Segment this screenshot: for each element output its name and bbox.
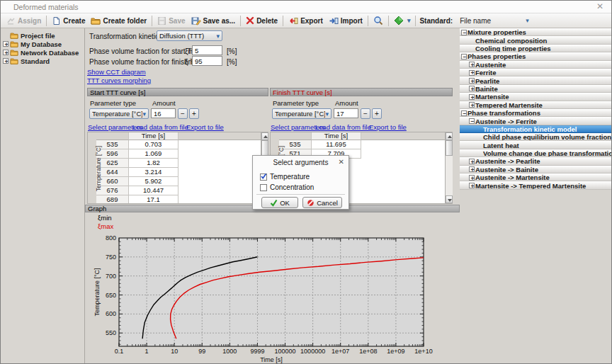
- dialog-close-icon[interactable]: [339, 158, 344, 166]
- amount-input[interactable]: 17: [334, 108, 358, 118]
- tree-item-ferrite[interactable]: Ferrite: [460, 69, 612, 76]
- tree-item-transformation-kinetic-model[interactable]: Transformation kinetic model: [460, 125, 612, 133]
- increment-button[interactable]: +: [189, 108, 199, 119]
- time-cell[interactable]: 5.902: [129, 177, 178, 186]
- expander-icon[interactable]: [469, 166, 475, 172]
- expander-icon[interactable]: [461, 54, 467, 59]
- tree-item-austenite-pearlite[interactable]: Austenite -> Pearlite: [460, 157, 612, 165]
- expander-icon[interactable]: [469, 94, 475, 100]
- scroll-up-icon[interactable]: [261, 132, 268, 140]
- kinetic-model-combobox[interactable]: Diffusion (TTT): [157, 30, 222, 41]
- tree-item-project-file[interactable]: Project file: [1, 31, 84, 40]
- svg-text:700: 700: [106, 273, 116, 280]
- expander-icon[interactable]: [469, 175, 475, 181]
- tree-item-phase-transformations[interactable]: Phase transformations: [460, 109, 612, 117]
- tree-item-network-database[interactable]: Network Database: [1, 48, 84, 57]
- toolbar-assign-button[interactable]: Assign: [4, 16, 44, 26]
- tree-item-austenite[interactable]: Austenite: [460, 61, 612, 69]
- parameter-type-combobox[interactable]: Temperature [°C]: [89, 108, 149, 119]
- ok-button[interactable]: OK: [261, 197, 298, 208]
- toolbar-save-as-button[interactable]: Save as...: [188, 16, 239, 26]
- tree-item-standard[interactable]: Standard: [1, 57, 84, 65]
- increment-button[interactable]: +: [372, 108, 382, 119]
- scrollbar-thumb[interactable]: [261, 140, 268, 156]
- tree-item-phases-properties[interactable]: Phases properties: [460, 52, 612, 60]
- tree-item-chemical-composition[interactable]: Chemical composition: [460, 36, 612, 44]
- expander-icon[interactable]: [461, 30, 467, 35]
- expander-icon[interactable]: [469, 102, 475, 108]
- scrollbar-thumb[interactable]: [446, 140, 453, 156]
- panel-link-export-to-file[interactable]: Export to file: [369, 123, 407, 131]
- tree-item-child-phase-equilibrium-volume-fraction[interactable]: Child phase equilibrium volume fraction: [460, 133, 612, 141]
- close-icon[interactable]: [594, 1, 606, 12]
- show-cct-link[interactable]: Show CCT diagram: [87, 68, 146, 76]
- standard-combobox[interactable]: File name: [457, 16, 532, 25]
- amount-input[interactable]: 16: [151, 108, 176, 118]
- toolbar-export-button[interactable]: Export: [285, 16, 326, 26]
- tree-item-label: Child phase equilibrium volume fraction: [483, 133, 611, 141]
- svg-text:600: 600: [106, 310, 116, 317]
- panel-link-export-to-file[interactable]: Export to file: [186, 123, 224, 131]
- tree-item-pearlite[interactable]: Pearlite: [460, 76, 612, 84]
- toolbar-create-folder-button[interactable]: Create folder: [88, 16, 149, 26]
- tree-item-martensite-tempered-martensite[interactable]: Martensite -> Tempered Martensite: [460, 181, 612, 189]
- decrement-button[interactable]: −: [178, 108, 188, 119]
- checkbox-icon[interactable]: [260, 184, 267, 191]
- time-cell[interactable]: 10.447: [129, 186, 178, 195]
- tree-item-austenite-ferrite[interactable]: Austenite -> Ferrite: [460, 117, 612, 125]
- time-cell[interactable]: 1.069: [129, 149, 178, 159]
- properties-tree: Mixture propertiesChemical compositionCo…: [460, 28, 612, 364]
- xi-min-input[interactable]: 5: [192, 45, 222, 55]
- tree-item-label: My Database: [21, 40, 62, 48]
- expander-icon[interactable]: [3, 58, 8, 64]
- panel-link-load-data-from-file[interactable]: Load data from file: [132, 123, 188, 131]
- expander-icon[interactable]: [469, 183, 475, 188]
- expander-icon[interactable]: [461, 110, 467, 116]
- toolbar-delete-button[interactable]: Delete: [243, 16, 280, 25]
- expander-icon[interactable]: [469, 118, 475, 124]
- temperature-checkbox[interactable]: Temperature: [260, 171, 346, 182]
- tree-item-label: Network Database: [21, 49, 79, 57]
- expander-icon[interactable]: [3, 50, 8, 55]
- expander-icon[interactable]: [469, 86, 475, 91]
- expander-icon[interactable]: [469, 159, 475, 164]
- expander-icon[interactable]: [469, 62, 475, 67]
- time-cell[interactable]: 3.214: [129, 168, 178, 177]
- tree-item-martensite[interactable]: Martensite: [460, 93, 612, 101]
- expander-icon[interactable]: [469, 70, 475, 76]
- tree-item-bainite[interactable]: Bainite: [460, 85, 612, 93]
- decrement-button[interactable]: −: [361, 108, 370, 119]
- tree-item-my-database[interactable]: My Database: [1, 40, 84, 48]
- toolbar-standards-button[interactable]: [391, 15, 414, 26]
- tree-item-austenite-bainite[interactable]: Austenite -> Bainite: [460, 166, 612, 174]
- time-cell[interactable]: 0.703: [129, 140, 178, 149]
- tree-item-cooling-time-properties[interactable]: Cooling time properties: [460, 45, 612, 52]
- parameter-type-combobox[interactable]: Temperature [°C]: [272, 108, 332, 119]
- checkbox-icon[interactable]: [260, 174, 267, 181]
- zoom-icon: [373, 16, 383, 25]
- scroll-down-icon[interactable]: [446, 195, 453, 203]
- expander-icon[interactable]: [3, 41, 8, 47]
- xi-max-input[interactable]: 95: [192, 56, 222, 66]
- tree-item-latent-heat[interactable]: Latent heat: [460, 141, 612, 149]
- scrollbar-track[interactable]: [446, 156, 453, 195]
- tree-item-mixture-properties[interactable]: Mixture properties: [460, 28, 612, 36]
- expander-icon[interactable]: [469, 78, 475, 84]
- time-cell[interactable]: 11.695: [312, 140, 361, 149]
- time-cell[interactable]: 17.1: [129, 195, 178, 203]
- scroll-up-icon[interactable]: [446, 132, 453, 140]
- toolbar-zoom-button[interactable]: [370, 15, 386, 26]
- concentration-checkbox[interactable]: Concentration: [260, 182, 346, 193]
- time-cell[interactable]: 1.82: [129, 159, 178, 168]
- toolbar-save-button[interactable]: Save: [154, 16, 188, 26]
- toolbar-create-button[interactable]: Create: [49, 16, 88, 26]
- ttt-morphing-link[interactable]: TTT curves morphing: [87, 76, 151, 84]
- tree-item-austenite-martensite[interactable]: Austenite -> Martensite: [460, 174, 612, 181]
- tree-item-tempered-martensite[interactable]: Tempered Martensite: [460, 101, 612, 109]
- panel-link-load-data-from-file[interactable]: Load data from file: [315, 123, 371, 131]
- cancel-button[interactable]: Cancel: [302, 197, 342, 208]
- toolbar-import-button[interactable]: Import: [326, 16, 366, 26]
- window-title: Deformed materials: [13, 3, 79, 11]
- tree-item-volume-change-due-phase-transformation[interactable]: Volume change due phase transformation: [460, 149, 612, 157]
- vertical-scrollbar[interactable]: [445, 132, 453, 203]
